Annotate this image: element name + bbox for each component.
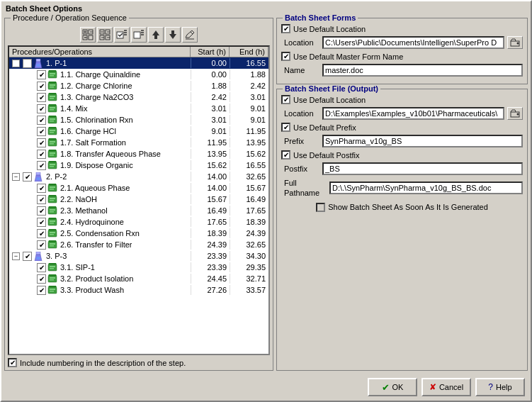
row-label: 1.9. Dispose Organic [60,161,133,169]
tree-row[interactable]: ✔ 3.3. Product Wash27.2633.57 [9,284,268,296]
row-start: 15.62 [191,160,230,170]
main-window: Batch Sheet Options Procedure / Operatio… [0,0,532,402]
use-default-prefix-checkbox[interactable]: ✔ [281,123,290,132]
row-checkbox[interactable]: ✔ [37,116,46,125]
cancel-label: Cancel [439,383,463,391]
expand-btn[interactable]: − [12,252,20,260]
row-checkbox[interactable]: ✔ [37,274,46,284]
show-batch-checkbox[interactable] [316,203,325,212]
tree-row[interactable]: ✔ 1.1. Charge Quinaldine0.001.88 [9,69,268,80]
help-button[interactable]: ? Help [475,378,525,396]
tree-row[interactable]: ✔ 2.2. NaOH15.6716.49 [9,194,268,205]
row-checkbox[interactable]: ✔ [37,150,46,159]
tree-row[interactable]: ✔ 2.3. Methanol16.4917.65 [9,205,268,216]
include-numbering-checkbox[interactable]: ✔ [8,358,17,367]
tree-row[interactable]: ✔ 3.2. Product Isolation24.4532.71 [9,273,268,284]
row-end: 1.88 [230,69,268,79]
svg-rect-73 [48,185,57,191]
row-checkbox[interactable]: ✔ [37,138,46,147]
row-start: 1.88 [191,81,230,91]
row-checkbox[interactable]: ✔ [37,82,46,91]
row-checkbox[interactable]: ✔ [37,206,46,216]
svg-marker-69 [48,161,57,162]
tree-row[interactable]: ✔ 1.6. Charge HCl9.0111.95 [9,125,268,137]
out-location-input[interactable] [322,107,504,120]
tree-row[interactable]: ✔ 1.2. Charge Chlorine1.882.42 [9,80,268,91]
prefix-input[interactable] [322,135,523,147]
svg-marker-92 [48,229,57,230]
procedure-tree[interactable]: Procedures/Operations Start (h) End (h) … [8,45,270,355]
check-all-btn[interactable] [114,27,130,43]
location-field-row: Location [284,36,523,49]
procedure-icon [33,172,45,182]
location-browse-btn[interactable] [507,36,523,49]
row-start: 16.49 [191,206,230,216]
tree-row[interactable]: ✔ 3.1. SIP-123.3929.35 [9,262,268,273]
svg-rect-79 [50,200,54,201]
tree-row[interactable]: ✔ 2.5. Condensation Rxn18.3924.39 [9,228,268,239]
row-checkbox[interactable]: ✔ [37,286,46,295]
row-checkbox[interactable]: ✔ [37,218,46,227]
expand-all-btn[interactable] [80,27,96,43]
use-default-out-location-checkbox[interactable]: ✔ [281,95,290,104]
expand-btn[interactable]: − [12,60,20,67]
row-label: 2.2. NaOH [60,195,97,203]
tree-row[interactable]: ✔ 1.4. Mix3.019.01 [9,103,268,114]
tree-row[interactable]: ✔ 2.4. Hydroquinone17.6518.39 [9,216,268,228]
tree-row[interactable]: −✔ 1. P-10.0016.55 [9,57,268,69]
out-location-browse-btn[interactable] [507,107,523,120]
col-header-name: Procedures/Operations [9,47,191,57]
left-panel: Procedure / Operation Sequence [4,18,273,371]
tree-row[interactable]: ✔ 2.1. Aqueous Phase14.0015.67 [9,182,268,194]
name-input[interactable] [322,64,523,77]
row-label: 2.5. Condensation Rxn [60,229,140,238]
row-checkbox[interactable]: ✔ [37,93,46,102]
edit-btn[interactable] [182,27,198,43]
svg-rect-58 [48,140,57,146]
tree-row[interactable]: ✔ 1.3. Charge Na2CO32.423.01 [9,91,268,103]
row-checkbox[interactable]: ✔ [23,172,32,182]
tree-row[interactable]: ✔ 1.9. Dispose Organic15.6216.55 [9,160,268,171]
tree-header: Procedures/Operations Start (h) End (h) [9,47,268,57]
include-numbering-label: Include numbering in the description of … [20,359,186,367]
row-end: 3.01 [230,92,268,102]
tree-row[interactable]: −✔ 2. P-214.0032.65 [9,171,268,182]
collapse-all-btn[interactable] [97,27,113,43]
uncheck-all-btn[interactable] [131,27,147,43]
use-default-master-checkbox[interactable]: ✔ [281,52,290,61]
row-checkbox[interactable]: ✔ [37,263,46,272]
row-checkbox[interactable]: ✔ [37,240,46,250]
cancel-button[interactable]: ✘ Cancel [421,378,471,396]
tree-row[interactable]: −✔ 3. P-323.3934.30 [9,250,268,262]
row-checkbox[interactable]: ✔ [37,104,46,113]
tree-row[interactable]: ✔ 1.8. Transfer Aqueous Phase13.9515.62 [9,148,268,160]
row-checkbox[interactable]: ✔ [37,229,46,238]
use-default-prefix-row: ✔ Use Default Prefix [281,123,523,132]
use-default-location-checkbox[interactable]: ✔ [281,24,290,33]
tree-row[interactable]: ✔ 1.5. Chlorination Rxn3.019.01 [9,114,268,125]
svg-rect-51 [50,118,55,120]
row-checkbox[interactable]: ✔ [37,184,46,193]
svg-rect-101 [50,266,55,267]
row-checkbox[interactable]: ✔ [37,161,46,170]
postfix-input[interactable] [322,162,523,175]
row-checkbox[interactable]: ✔ [23,59,32,68]
row-checkbox[interactable]: ✔ [23,252,32,261]
ok-button[interactable]: ✔ OK [368,378,417,396]
expand-btn[interactable]: − [12,173,20,181]
full-pathname-input[interactable] [329,182,523,194]
window-title: Batch Sheet Options [6,4,82,13]
tree-row[interactable]: ✔ 1.7. Salt Formation11.9513.95 [9,137,268,148]
row-checkbox[interactable]: ✔ [37,70,46,79]
tree-row[interactable]: ✔ 2.6. Transfer to Filter24.3932.65 [9,239,268,250]
use-default-postfix-checkbox[interactable]: ✔ [281,150,290,160]
row-checkbox[interactable]: ✔ [37,127,46,136]
move-up-btn[interactable] [148,27,164,43]
svg-rect-21 [134,32,140,38]
row-label: 2.1. Aqueous Phase [60,184,130,192]
move-down-btn[interactable] [165,27,181,43]
svg-marker-80 [48,195,57,196]
row-checkbox[interactable]: ✔ [37,195,46,204]
location-input[interactable] [322,36,504,49]
out-location-field-row: Location [284,107,523,120]
